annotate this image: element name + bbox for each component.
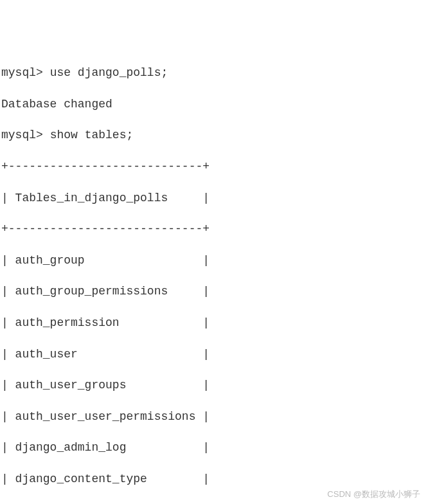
tables-border-top: +----------------------------+ xyxy=(1,159,427,174)
table-row: | django_admin_log | xyxy=(1,440,427,455)
table-row: | auth_group_permissions | xyxy=(1,284,427,299)
table-row: | auth_user_groups | xyxy=(1,377,427,393)
table-row: | django_content_type | xyxy=(1,471,427,487)
tables-header: | Tables_in_django_polls | xyxy=(1,190,427,206)
watermark-text: CSDN @数据攻城小狮子 xyxy=(327,489,420,500)
prompt-show-line: mysql> show tables; xyxy=(1,127,427,143)
table-row: | auth_user | xyxy=(1,346,427,362)
table-row: | auth_user_user_permissions | xyxy=(1,409,427,424)
tables-border-mid: +----------------------------+ xyxy=(1,221,427,237)
mysql-prompt[interactable]: mysql> xyxy=(1,129,43,141)
mysql-prompt[interactable]: mysql> xyxy=(1,66,43,79)
table-row: | auth_group | xyxy=(1,253,427,268)
command-show-tables: show tables; xyxy=(50,129,134,141)
table-row: | auth_permission | xyxy=(1,315,427,330)
command-use: use django_polls; xyxy=(50,66,168,79)
use-response: Database changed xyxy=(1,96,427,112)
prompt-use-line: mysql> use django_polls; xyxy=(1,65,427,80)
